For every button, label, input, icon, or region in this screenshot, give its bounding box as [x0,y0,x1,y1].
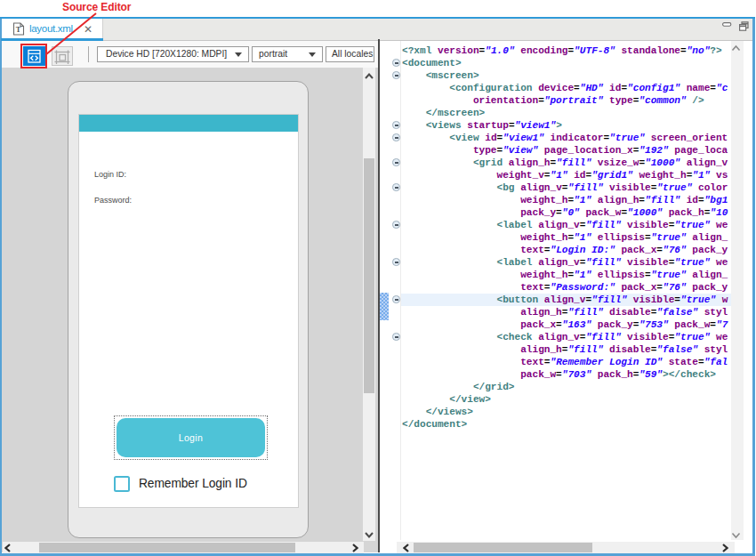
svg-text:T: T [16,25,21,34]
